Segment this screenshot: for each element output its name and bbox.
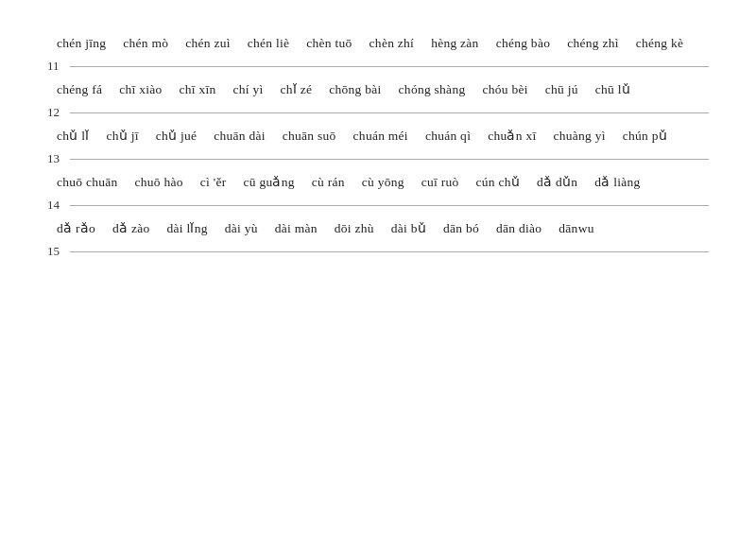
word: chǔ jué	[156, 128, 198, 144]
word: cún chǔ	[476, 174, 521, 190]
word: chǔ lǐ	[57, 128, 90, 144]
word: dǎ dǔn	[537, 174, 577, 190]
word: dǎ liàng	[594, 174, 640, 190]
word: chéng fá	[57, 82, 102, 97]
line-number: 11	[47, 59, 68, 74]
word: chí yì	[233, 82, 264, 97]
word: chuán qì	[425, 129, 471, 144]
word: chī xiào	[119, 82, 162, 97]
line-divider: 14	[47, 198, 709, 213]
word: chéng zhì	[567, 36, 619, 51]
word: dān diào	[496, 221, 541, 236]
line-divider: 15	[47, 244, 709, 259]
word-row-1: chéng fáchī xiàochī xīnchí yìchǐ zéchōng…	[47, 74, 709, 103]
word: chèn zhí	[369, 36, 415, 51]
line-rule	[70, 112, 709, 113]
line-number: 13	[47, 151, 68, 166]
word: cū guǎng	[244, 174, 295, 190]
word: chóng shàng	[399, 82, 466, 97]
word: chén mò	[123, 36, 168, 51]
word: chén jīng	[57, 36, 106, 51]
line-divider: 13	[47, 151, 709, 166]
line-divider: 11	[47, 59, 709, 74]
word: chuàng yì	[553, 129, 605, 144]
word: dài bǔ	[391, 220, 426, 236]
line-number: 14	[47, 198, 68, 213]
word: chū jú	[545, 82, 578, 97]
word: dǎ rǎo	[57, 220, 95, 236]
word: dài màn	[275, 221, 318, 236]
word: cì 'ěr	[200, 175, 227, 190]
word: cuī ruò	[421, 175, 459, 190]
line-rule	[70, 66, 709, 67]
word-row-0: chén jīngchén mòchén zuìchén lièchèn tuō…	[47, 28, 709, 57]
word: hèng zàn	[431, 36, 479, 51]
word: chén zuì	[185, 36, 231, 51]
word: cù rán	[312, 175, 345, 190]
word-row-4: dǎ rǎodǎ zàodài lǐngdài yùdài màndōi zhù…	[47, 213, 709, 242]
word: chōng bài	[329, 82, 381, 97]
line-divider: 12	[47, 105, 709, 120]
line-rule	[70, 251, 709, 252]
word-row-3: chuō chuānchuō hàocì 'ěrcū guǎngcù ráncù…	[47, 166, 709, 196]
line-number: 15	[47, 244, 68, 259]
word: chuō hào	[135, 175, 183, 190]
word: chuǎn xī	[488, 128, 536, 144]
word: dài lǐng	[166, 220, 207, 236]
word: chī xīn	[180, 82, 216, 97]
line-rule	[70, 159, 709, 160]
word: chún pǔ	[623, 128, 667, 144]
word: dān bó	[443, 221, 479, 236]
line-rule	[70, 205, 709, 206]
word: dǎ zào	[112, 220, 149, 236]
word: chū lǔ	[595, 81, 630, 97]
word: chuān suō	[283, 129, 336, 144]
word: dōi zhù	[335, 221, 374, 236]
line-number: 12	[47, 105, 68, 120]
word: chéng bào	[496, 36, 551, 51]
word: chuán méi	[353, 129, 408, 144]
word: dānwu	[558, 221, 593, 236]
page: chén jīngchén mòchén zuìchén lièchèn tuō…	[0, 0, 756, 287]
word: dài yù	[225, 221, 258, 236]
word: chuān dài	[214, 129, 266, 144]
word: chuō chuān	[57, 175, 118, 190]
word: chǐ zé	[281, 81, 313, 97]
word-row-2: chǔ lǐchǔ jīchǔ juéchuān dàichuān suōchu…	[47, 120, 709, 149]
word: chéng kè	[636, 36, 684, 51]
word: chén liè	[248, 36, 290, 51]
word: chèn tuō	[306, 36, 352, 51]
word: cù yōng	[362, 175, 404, 190]
word: chǔ jī	[107, 128, 139, 144]
word: chóu bèi	[482, 82, 527, 97]
